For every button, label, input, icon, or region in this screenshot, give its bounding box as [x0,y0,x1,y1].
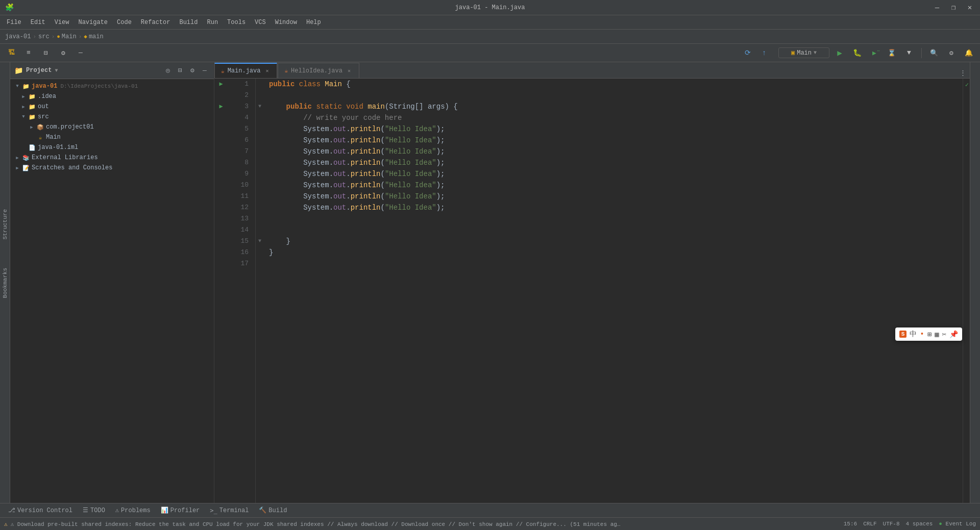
csdn-scissors-icon[interactable]: ✂ [942,330,946,339]
cursor-position[interactable]: 15:6 [844,521,857,527]
project-tree: ▼ 📁 java-01 D:\IdeaProjects\java-01 ▶ 📁 … [10,79,214,503]
coverage-button[interactable]: ▶̈ [867,46,881,60]
panel-settings-button[interactable]: ⚙ [187,65,198,75]
breadcrumb-main[interactable]: ● Main [57,33,76,40]
csdn-pin-icon[interactable]: 📌 [949,330,958,339]
collapse-dirs-button[interactable]: ⊟ [175,65,185,75]
settings-main-button[interactable]: ⚙ [944,46,959,60]
debug-button[interactable]: 🐛 [850,46,864,60]
menu-refactor[interactable]: Refactor [137,17,175,28]
tab-helloidea-java[interactable]: ☕ HelloIdea.java ✕ [278,63,359,78]
menu-build[interactable]: Build [175,17,202,28]
fold-3[interactable]: ▼ [256,101,264,112]
tree-item-idea[interactable]: ▶ 📁 .idea [10,91,214,102]
run-gutter-15 [214,236,228,247]
status-right: 15:6 CRLF UTF-8 4 spaces ● Event Log [844,521,976,527]
csdn-grid-icon[interactable]: ⊞ [927,330,932,339]
code-line-8: System.out.println("Hello Idea"); [269,157,958,168]
bottom-tab-version-control[interactable]: ⎇ Version Control [4,506,77,515]
breadcrumb-src[interactable]: src [38,33,50,40]
menu-help[interactable]: Help [302,17,325,28]
bottom-tab-todo[interactable]: ☰ TODO [79,506,109,515]
fold-1 [256,79,264,90]
maximize-button[interactable]: ❐ [948,3,959,13]
search-everywhere-button[interactable]: 🔍 [927,46,941,60]
tabs-options-button[interactable]: ⋮ [958,68,968,78]
tab-main-java[interactable]: ☕ Main.java ✕ [214,63,277,78]
bottom-tab-build[interactable]: 🔨 Build [255,506,291,515]
menu-file[interactable]: File [3,17,26,28]
csdn-chinese-icon[interactable]: 中 [910,330,917,339]
code-line-10: System.out.println("Hello Idea"); [269,180,958,191]
git-update-button[interactable]: ⟳ [741,46,755,60]
code-line-4: // write your code here [269,112,958,123]
code-line-7: System.out.println("Hello Idea"); [269,146,958,157]
bottom-tabs: ⎇ Version Control ☰ TODO ⚠ Problems 📊 Pr… [0,503,980,517]
fold-15[interactable]: ▼ [256,236,264,247]
more-run-options[interactable]: ▼ [902,46,916,60]
git-push-button[interactable]: ↑ [757,46,771,60]
code-editor[interactable]: ▶ ▶ 1 2 3 4 [214,79,970,503]
run-config-selector[interactable]: ▣ Main ▼ [778,47,829,58]
bookmarks-tab[interactable]: Bookmarks [1,264,10,302]
project-panel-dropdown[interactable]: ▼ [55,68,58,73]
project-structure-button[interactable]: 🏗 [4,46,18,60]
notifications-button[interactable]: 🔔 [962,46,976,60]
tree-item-scratches[interactable]: ▶ 📝 Scratches and Consoles [10,163,214,173]
status-left: ⚠ ⚠ Download pre-built shared indexes: R… [4,521,623,527]
run-arrow-1[interactable]: ▶ [219,79,223,90]
status-message[interactable]: ⚠ Download pre-built shared indexes: Red… [11,521,623,527]
tree-item-ext-libs[interactable]: ▶ 📚 External Libraries [10,153,214,163]
version-control-icon: ⎇ [8,507,15,514]
menu-view[interactable]: View [51,17,74,28]
run-arrow-3[interactable]: ▶ [219,101,223,112]
csdn-table-icon[interactable]: ▦ [935,330,939,339]
fold-11 [256,191,264,202]
code-line-5: System.out.println("Hello Idea"); [269,123,958,135]
scratches-icon: 📝 [22,164,30,172]
bottom-tab-terminal[interactable]: >_ Terminal [206,506,253,515]
breadcrumb-method[interactable]: ◆ main [84,33,103,40]
bottom-tab-problems[interactable]: ⚠ Problems [111,506,155,515]
menu-run[interactable]: Run [203,17,222,28]
menu-edit[interactable]: Edit [27,17,50,28]
event-log[interactable]: ● Event Log [939,521,976,527]
run-gutter-5 [214,123,228,135]
breadcrumb-project[interactable]: java-01 [5,33,31,40]
menu-window[interactable]: Window [271,17,301,28]
minimize-button[interactable]: — [932,3,942,13]
bottom-tab-profiler[interactable]: 📊 Profiler [157,506,204,515]
tree-item-package[interactable]: ▶ 📦 com.project01 [10,122,214,132]
tab-main-java-close[interactable]: ✕ [263,67,271,74]
collapse-all-button[interactable]: ⊟ [39,46,53,60]
menu-code[interactable]: Code [113,17,136,28]
tab-helloidea-java-label: HelloIdea.java [291,67,342,74]
indent[interactable]: 4 spaces [906,521,933,527]
tab-helloidea-java-close[interactable]: ✕ [346,67,353,74]
menu-navigate[interactable]: Navigate [74,17,112,28]
minimize-panel-button[interactable]: — [74,46,88,60]
settings-button[interactable]: ⚙ [56,46,70,60]
hide-panel-button[interactable]: — [200,65,210,75]
menu-vcs[interactable]: VCS [251,17,270,28]
tree-item-main-class[interactable]: ▶ ☕ Main [10,132,214,142]
run-button[interactable]: ▶ [832,46,847,60]
code-content[interactable]: public class Main { public static void m… [264,79,963,503]
tree-item-out[interactable]: ▶ 📁 out [10,102,214,112]
encoding[interactable]: UTF-8 [883,521,900,527]
run-gutter-10 [214,180,228,191]
menu-tools[interactable]: Tools [223,17,250,28]
profile-button[interactable]: ⌛ [885,46,899,60]
problems-label: Problems [121,507,151,514]
locate-file-button[interactable]: ◎ [163,65,173,75]
tree-item-root[interactable]: ▼ 📁 java-01 D:\IdeaProjects\java-01 [10,81,214,91]
tree-item-src[interactable]: ▼ 📁 src [10,112,214,122]
expand-all-button[interactable]: ≡ [21,46,36,60]
tree-item-iml[interactable]: ▶ 📄 java-01.iml [10,142,214,153]
close-button[interactable]: ✕ [965,3,975,13]
line-ending[interactable]: CRLF [863,521,876,527]
fold-10 [256,180,264,191]
src-label: src [38,113,49,120]
csdn-floating-bar: S 中 • ⊞ ▦ ✂ 📌 [895,327,962,341]
structure-tab[interactable]: Structure [1,205,10,243]
